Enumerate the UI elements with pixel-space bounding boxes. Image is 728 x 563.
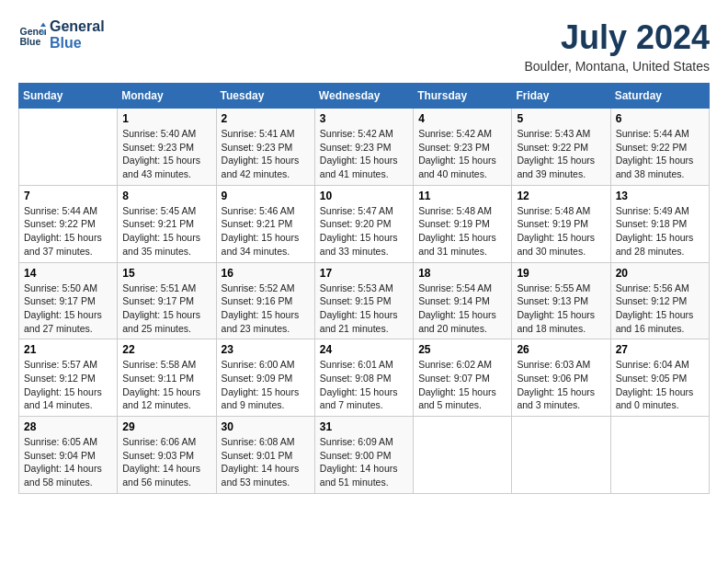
day-number: 16 [222, 267, 310, 280]
day-cell: 3Sunrise: 5:42 AM Sunset: 9:23 PM Daylig… [314, 109, 413, 186]
day-info: Sunrise: 5:50 AM Sunset: 9:17 PM Dayligh… [24, 282, 112, 336]
day-number: 22 [122, 343, 210, 356]
day-cell: 14Sunrise: 5:50 AM Sunset: 9:17 PM Dayli… [19, 262, 118, 339]
day-cell [414, 417, 512, 494]
day-info: Sunrise: 5:47 AM Sunset: 9:20 PM Dayligh… [320, 204, 408, 259]
day-info: Sunrise: 6:08 AM Sunset: 9:01 PM Dayligh… [222, 435, 310, 489]
day-cell: 9Sunrise: 5:46 AM Sunset: 9:21 PM Daylig… [216, 185, 314, 262]
day-number: 8 [122, 190, 210, 202]
day-info: Sunrise: 5:44 AM Sunset: 9:22 PM Dayligh… [24, 204, 112, 259]
day-info: Sunrise: 6:02 AM Sunset: 9:07 PM Dayligh… [418, 358, 506, 412]
day-cell: 7Sunrise: 5:44 AM Sunset: 9:22 PM Daylig… [19, 185, 118, 262]
day-cell: 12Sunrise: 5:48 AM Sunset: 9:19 PM Dayli… [512, 185, 610, 262]
day-number: 21 [24, 343, 112, 356]
week-row-4: 21Sunrise: 5:57 AM Sunset: 9:12 PM Dayli… [19, 339, 710, 417]
header-cell-sunday: Sunday [19, 84, 118, 109]
day-cell: 30Sunrise: 6:08 AM Sunset: 9:01 PM Dayli… [216, 417, 314, 494]
day-info: Sunrise: 5:40 AM Sunset: 9:23 PM Dayligh… [122, 127, 210, 181]
header-cell-monday: Monday [118, 84, 216, 109]
logo-blue: Blue [50, 35, 105, 52]
day-cell: 28Sunrise: 6:05 AM Sunset: 9:04 PM Dayli… [19, 417, 118, 494]
day-info: Sunrise: 5:56 AM Sunset: 9:12 PM Dayligh… [616, 282, 704, 336]
day-info: Sunrise: 5:52 AM Sunset: 9:16 PM Dayligh… [222, 282, 310, 336]
svg-marker-2 [40, 23, 46, 28]
calendar-body: 1Sunrise: 5:40 AM Sunset: 9:23 PM Daylig… [19, 109, 710, 494]
header-cell-tuesday: Tuesday [216, 84, 314, 109]
day-cell: 26Sunrise: 6:03 AM Sunset: 9:06 PM Dayli… [512, 339, 610, 417]
day-info: Sunrise: 5:42 AM Sunset: 9:23 PM Dayligh… [418, 127, 506, 181]
day-info: Sunrise: 5:41 AM Sunset: 9:23 PM Dayligh… [222, 127, 310, 181]
day-number: 13 [616, 190, 704, 202]
month-year: July 2024 [524, 18, 710, 57]
day-number: 23 [222, 343, 310, 356]
day-number: 4 [418, 112, 506, 125]
day-info: Sunrise: 6:06 AM Sunset: 9:03 PM Dayligh… [122, 435, 210, 489]
day-cell: 24Sunrise: 6:01 AM Sunset: 9:08 PM Dayli… [314, 339, 413, 417]
day-cell: 23Sunrise: 6:00 AM Sunset: 9:09 PM Dayli… [216, 339, 314, 417]
day-number: 25 [418, 343, 506, 356]
day-cell: 17Sunrise: 5:53 AM Sunset: 9:15 PM Dayli… [314, 262, 413, 339]
day-cell: 27Sunrise: 6:04 AM Sunset: 9:05 PM Dayli… [610, 339, 709, 417]
day-cell [610, 417, 709, 494]
day-info: Sunrise: 5:42 AM Sunset: 9:23 PM Dayligh… [320, 127, 408, 181]
header-cell-saturday: Saturday [610, 84, 709, 109]
day-cell: 5Sunrise: 5:43 AM Sunset: 9:22 PM Daylig… [512, 109, 610, 186]
day-info: Sunrise: 5:46 AM Sunset: 9:21 PM Dayligh… [222, 204, 310, 259]
day-info: Sunrise: 6:03 AM Sunset: 9:06 PM Dayligh… [517, 358, 605, 412]
day-number: 17 [320, 267, 408, 280]
day-cell: 18Sunrise: 5:54 AM Sunset: 9:14 PM Dayli… [414, 262, 512, 339]
day-cell: 11Sunrise: 5:48 AM Sunset: 9:19 PM Dayli… [414, 185, 512, 262]
day-number: 2 [222, 112, 310, 125]
day-info: Sunrise: 6:09 AM Sunset: 9:00 PM Dayligh… [320, 435, 408, 489]
day-info: Sunrise: 5:55 AM Sunset: 9:13 PM Dayligh… [517, 282, 605, 336]
day-number: 28 [24, 420, 112, 433]
day-cell: 21Sunrise: 5:57 AM Sunset: 9:12 PM Dayli… [19, 339, 118, 417]
day-info: Sunrise: 5:53 AM Sunset: 9:15 PM Dayligh… [320, 282, 408, 336]
day-number: 12 [517, 190, 605, 202]
day-cell: 25Sunrise: 6:02 AM Sunset: 9:07 PM Dayli… [414, 339, 512, 417]
day-info: Sunrise: 5:58 AM Sunset: 9:11 PM Dayligh… [122, 358, 210, 412]
header-cell-friday: Friday [512, 84, 610, 109]
day-cell: 4Sunrise: 5:42 AM Sunset: 9:23 PM Daylig… [414, 109, 512, 186]
location: Boulder, Montana, United States [524, 59, 710, 74]
day-number: 9 [222, 190, 310, 202]
day-cell: 13Sunrise: 5:49 AM Sunset: 9:18 PM Dayli… [610, 185, 709, 262]
day-info: Sunrise: 6:04 AM Sunset: 9:05 PM Dayligh… [616, 358, 704, 412]
day-info: Sunrise: 5:54 AM Sunset: 9:14 PM Dayligh… [418, 282, 506, 336]
day-number: 26 [517, 343, 605, 356]
day-number: 19 [517, 267, 605, 280]
day-cell: 1Sunrise: 5:40 AM Sunset: 9:23 PM Daylig… [118, 109, 216, 186]
day-number: 30 [222, 420, 310, 433]
day-info: Sunrise: 5:48 AM Sunset: 9:19 PM Dayligh… [418, 204, 506, 259]
day-cell: 8Sunrise: 5:45 AM Sunset: 9:21 PM Daylig… [118, 185, 216, 262]
day-cell: 2Sunrise: 5:41 AM Sunset: 9:23 PM Daylig… [216, 109, 314, 186]
week-row-1: 1Sunrise: 5:40 AM Sunset: 9:23 PM Daylig… [19, 109, 710, 186]
day-cell: 10Sunrise: 5:47 AM Sunset: 9:20 PM Dayli… [314, 185, 413, 262]
day-cell: 31Sunrise: 6:09 AM Sunset: 9:00 PM Dayli… [314, 417, 413, 494]
week-row-5: 28Sunrise: 6:05 AM Sunset: 9:04 PM Dayli… [19, 417, 710, 494]
day-number: 5 [517, 112, 605, 125]
day-number: 15 [122, 267, 210, 280]
day-info: Sunrise: 6:00 AM Sunset: 9:09 PM Dayligh… [222, 358, 310, 412]
day-info: Sunrise: 5:57 AM Sunset: 9:12 PM Dayligh… [24, 358, 112, 412]
day-info: Sunrise: 5:43 AM Sunset: 9:22 PM Dayligh… [517, 127, 605, 181]
day-number: 10 [320, 190, 408, 202]
day-number: 18 [418, 267, 506, 280]
day-number: 6 [616, 112, 704, 125]
day-number: 24 [320, 343, 408, 356]
calendar-table: SundayMondayTuesdayWednesdayThursdayFrid… [18, 83, 710, 494]
day-cell: 19Sunrise: 5:55 AM Sunset: 9:13 PM Dayli… [512, 262, 610, 339]
day-number: 14 [24, 267, 112, 280]
day-cell: 20Sunrise: 5:56 AM Sunset: 9:12 PM Dayli… [610, 262, 709, 339]
day-info: Sunrise: 5:49 AM Sunset: 9:18 PM Dayligh… [616, 204, 704, 259]
week-row-3: 14Sunrise: 5:50 AM Sunset: 9:17 PM Dayli… [19, 262, 710, 339]
week-row-2: 7Sunrise: 5:44 AM Sunset: 9:22 PM Daylig… [19, 185, 710, 262]
svg-text:Blue: Blue [20, 36, 41, 47]
page-header: General Blue General Blue July 2024 Boul… [18, 18, 710, 74]
logo: General Blue General Blue [18, 18, 105, 52]
calendar-header-row: SundayMondayTuesdayWednesdayThursdayFrid… [19, 84, 710, 109]
day-info: Sunrise: 5:44 AM Sunset: 9:22 PM Dayligh… [616, 127, 704, 181]
day-number: 20 [616, 267, 704, 280]
day-cell [19, 109, 118, 186]
day-number: 11 [418, 190, 506, 202]
